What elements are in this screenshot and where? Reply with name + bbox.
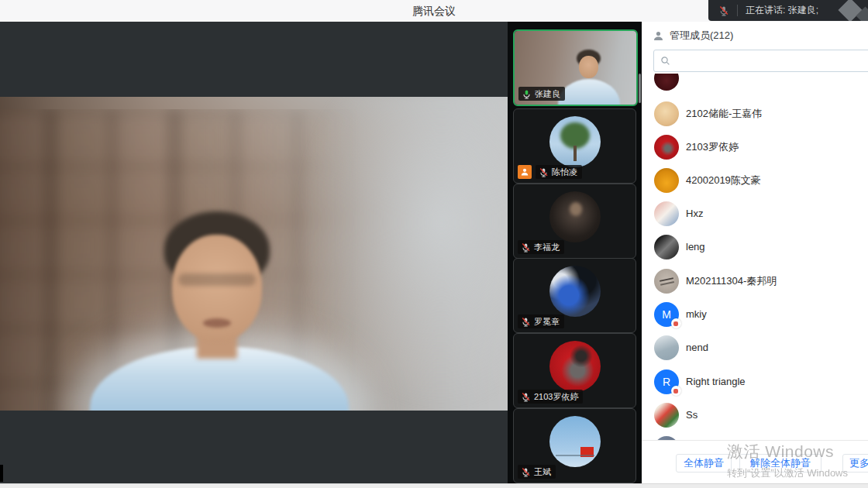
member-avatar: R — [654, 369, 679, 394]
member-row[interactable]: Ss — [642, 398, 868, 431]
panel-title: 管理成员(212) — [670, 29, 733, 43]
panel-header: 管理成员(212) — [653, 29, 733, 43]
member-name: mkiy — [686, 308, 707, 320]
member-avatar — [654, 168, 679, 193]
unmute-all-button[interactable]: 解除全体静音 — [739, 454, 822, 473]
thumbnail-chenyiling[interactable]: 陈怡凌 — [513, 108, 636, 184]
member-avatar — [654, 74, 679, 91]
member-avatar — [654, 235, 679, 259]
divider — [737, 5, 738, 16]
member-row[interactable]: leng — [642, 230, 868, 263]
portrait-avatar — [549, 191, 601, 242]
mini-face — [579, 56, 598, 78]
speaking-label: 正在讲话: 张建良; — [746, 4, 818, 17]
search-icon — [660, 56, 670, 66]
member-row[interactable]: R Right triangle — [642, 365, 868, 398]
participant-name-badge: 罗冕章 — [518, 314, 564, 328]
participant-name: 李福龙 — [534, 242, 560, 253]
member-avatar — [654, 101, 679, 126]
mic-muted-icon — [521, 317, 531, 327]
member-row[interactable]: Hxz — [642, 197, 868, 230]
member-row[interactable]: 42002019陈文豪 — [642, 163, 868, 197]
member-name: Ss — [686, 409, 698, 421]
participant-name: 张建良 — [535, 88, 560, 100]
window-bottom-edge — [0, 483, 868, 488]
participant-name-badge: 2103罗依婷 — [518, 390, 583, 404]
thumbnail-luomianzhang[interactable]: 罗冕章 — [513, 258, 636, 333]
participant-name-badge: 李福龙 — [518, 240, 564, 254]
participant-name-badge: 陈怡凌 — [536, 165, 582, 179]
member-avatar — [654, 269, 679, 294]
footer-divider — [642, 440, 868, 441]
host-role-badge — [518, 165, 532, 179]
participant-name: 2103罗依婷 — [534, 391, 578, 403]
speaker-mouth — [203, 318, 231, 328]
speaking-indicator-bar[interactable]: 正在讲话: 张建良; — [708, 0, 868, 21]
thumbnail-wangbin[interactable]: 王斌 — [513, 408, 636, 483]
member-name: M202111304-秦邦明 — [686, 274, 777, 288]
sky-flag-avatar — [549, 416, 601, 467]
member-name: nend — [686, 342, 708, 353]
member-management-panel: 管理成员(212) 2102储能-王嘉伟 2103罗依婷 42002019陈文豪 — [642, 22, 868, 488]
avatar-status-badge — [671, 318, 681, 328]
participant-name-badge: 张建良 — [518, 87, 565, 101]
member-row-partial[interactable] — [642, 431, 868, 440]
mic-muted-icon — [521, 392, 531, 402]
tree-avatar — [549, 116, 601, 167]
participant-name-badge: 王斌 — [518, 465, 556, 479]
mic-muted-icon — [539, 167, 549, 177]
member-name: 2102储能-王嘉伟 — [686, 107, 762, 121]
member-row[interactable]: nend — [642, 331, 868, 364]
search-box[interactable] — [653, 50, 868, 72]
member-name: leng — [686, 241, 705, 253]
red-cartoon-avatar — [549, 341, 601, 392]
participant-name: 陈怡凌 — [552, 167, 577, 178]
member-name: 42002019陈文豪 — [686, 174, 761, 187]
window-edge-notch — [0, 465, 3, 482]
light-haze — [295, 97, 508, 411]
participant-name: 王斌 — [534, 466, 551, 478]
active-speaker-video[interactable] — [0, 97, 508, 411]
thumbnail-lifulong[interactable]: 李福龙 — [513, 184, 636, 259]
thumbnail-luoyiting[interactable]: 2103罗依婷 — [513, 333, 636, 408]
thumbnail-zhangjianliang[interactable]: 张建良 — [513, 29, 638, 106]
person-icon — [653, 30, 664, 42]
avatar-letter: M — [662, 308, 671, 321]
mic-muted-icon — [521, 242, 531, 253]
thumbnail-scrollbar[interactable] — [639, 74, 641, 103]
member-row[interactable]: M mkiy — [642, 297, 868, 331]
speaker-glasses — [178, 273, 256, 286]
member-avatar: M — [654, 302, 679, 327]
mic-muted-icon — [718, 5, 729, 16]
meeting-window: 腾讯会议 正在讲话: 张建良; — [0, 0, 868, 488]
mute-all-button[interactable]: 全体静音 — [676, 454, 732, 473]
member-avatar — [654, 403, 679, 428]
member-row[interactable]: M202111304-秦邦明 — [642, 264, 868, 297]
participant-name: 罗冕章 — [534, 316, 560, 328]
member-row[interactable]: 2102储能-王嘉伟 — [642, 97, 868, 130]
member-row[interactable]: 2103罗依婷 — [642, 130, 868, 163]
more-button[interactable]: 更多 — [842, 454, 868, 473]
member-name: 2103罗依婷 — [686, 140, 739, 154]
search-input[interactable] — [675, 55, 868, 67]
avatar-status-badge — [671, 386, 681, 396]
main-video-stage — [0, 22, 508, 488]
member-avatar — [654, 335, 679, 360]
member-name: Hxz — [686, 208, 703, 219]
member-list[interactable]: 2102储能-王嘉伟 2103罗依婷 42002019陈文豪 Hxz leng … — [642, 74, 868, 440]
avatar-letter: R — [663, 376, 670, 388]
member-name: Right triangle — [686, 376, 746, 387]
mic-muted-icon — [521, 467, 531, 477]
member-avatar — [654, 201, 679, 226]
member-avatar — [654, 135, 679, 160]
mic-on-icon — [522, 89, 532, 99]
member-row-partial[interactable] — [642, 74, 868, 95]
person-icon — [520, 167, 529, 177]
participant-thumbnail-list: 张建良 陈怡凌 李福龙 罗冕章 — [508, 22, 642, 488]
blue-jacket-avatar — [549, 266, 601, 317]
